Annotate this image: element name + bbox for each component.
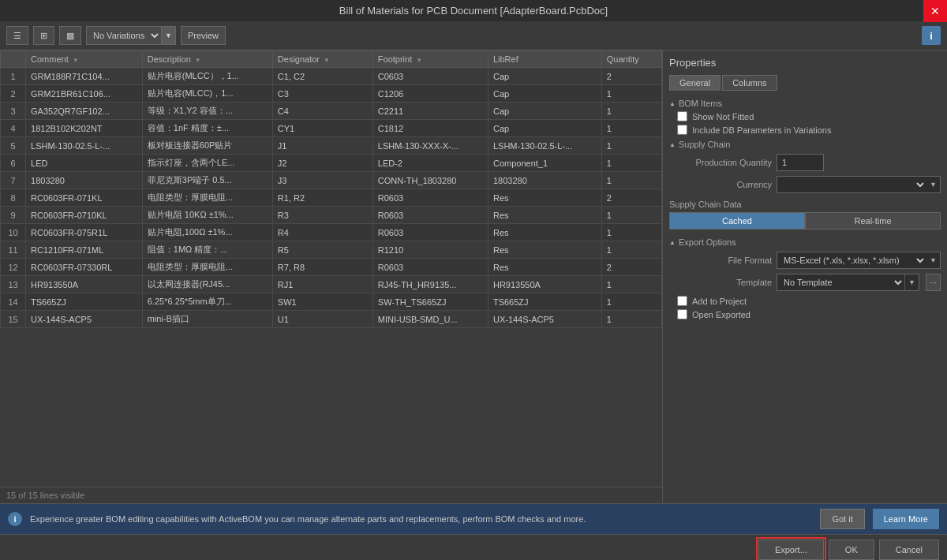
variation-select[interactable]: No Variations bbox=[87, 27, 161, 44]
export-button[interactable]: Export... bbox=[758, 539, 824, 560]
table-row[interactable]: 8 RC0603FR-071KL 电阻类型：厚膜电阻... R1, R2 R06… bbox=[1, 189, 662, 207]
template-row: Template No Template Custom... ▼ ··· bbox=[669, 274, 941, 291]
section-bom-items: BOM Items bbox=[669, 99, 941, 108]
col-header-comment[interactable]: Comment ▼ bbox=[26, 51, 143, 68]
chart-icon: ▦ bbox=[66, 31, 74, 41]
table-row[interactable]: 6 LED 指示灯座，含两个LE... J2 LED-2 Component_1… bbox=[1, 155, 662, 172]
export-label: Export... bbox=[775, 545, 807, 554]
cell-comment: LSHM-130-02.5-L-... bbox=[26, 137, 143, 155]
col-header-fp[interactable]: Footprint ▼ bbox=[372, 51, 488, 68]
group-icon: ⊞ bbox=[40, 31, 47, 41]
chart-button[interactable]: ▦ bbox=[59, 26, 81, 45]
cell-fp: LED-2 bbox=[372, 155, 488, 172]
cell-desig: J3 bbox=[272, 172, 372, 189]
cell-libref: Component_1 bbox=[488, 155, 601, 172]
show-not-fitted-checkbox[interactable] bbox=[677, 111, 687, 121]
close-button[interactable]: ✕ bbox=[923, 0, 947, 22]
table-row[interactable]: 7 1803280 菲尼克斯3P端子 0.5... J3 CONN-TH_180… bbox=[1, 172, 662, 189]
table-row[interactable]: 12 RC0603FR-07330RL 电阻类型：厚膜电阻... R7, R8 … bbox=[1, 259, 662, 276]
cell-fp: C0603 bbox=[372, 68, 488, 85]
template-label: Template bbox=[669, 278, 772, 287]
cell-comment: TS665ZJ bbox=[26, 293, 143, 311]
cell-desc: mini-B插口 bbox=[142, 311, 272, 328]
cell-libref: Cap bbox=[488, 68, 601, 85]
col-header-qty[interactable]: Quantity bbox=[601, 51, 661, 68]
open-exported-checkbox[interactable] bbox=[677, 309, 687, 319]
cell-desc: 贴片电阻 10KΩ ±1%... bbox=[142, 207, 272, 224]
file-format-row: File Format MS-Excel (*.xls, *.xlsx, *.x… bbox=[669, 252, 941, 269]
cell-qty: 1 bbox=[601, 224, 661, 241]
realtime-button[interactable]: Real-time bbox=[805, 212, 941, 230]
cached-button[interactable]: Cached bbox=[669, 212, 805, 230]
table-row[interactable]: 4 1812B102K202NT 容值：1nF 精度：±... CY1 C181… bbox=[1, 120, 662, 137]
cell-qty: 1 bbox=[601, 207, 661, 224]
group-button[interactable]: ⊞ bbox=[33, 26, 54, 45]
learn-more-button[interactable]: Learn More bbox=[873, 509, 939, 529]
table-row[interactable]: 10 RC0603FR-075R1L 贴片电阻,100Ω ±1%... R4 R… bbox=[1, 224, 662, 241]
cell-libref: 1803280 bbox=[488, 172, 601, 189]
show-not-fitted-row: Show Not Fitted bbox=[677, 111, 941, 121]
panel-tabs: General Columns bbox=[669, 75, 941, 91]
menu-button[interactable]: ☰ bbox=[6, 26, 28, 45]
cell-desig: CY1 bbox=[272, 120, 372, 137]
tab-general[interactable]: General bbox=[669, 75, 721, 91]
cell-libref: Res bbox=[488, 207, 601, 224]
table-row[interactable]: 1 GRM188R71C104... 贴片电容(MLCC），1... C1, C… bbox=[1, 68, 662, 85]
cell-desig: C4 bbox=[272, 103, 372, 120]
cell-desc: 菲尼克斯3P端子 0.5... bbox=[142, 172, 272, 189]
cell-desig: J1 bbox=[272, 137, 372, 155]
template-more-button[interactable]: ··· bbox=[926, 274, 941, 291]
info-button[interactable]: i bbox=[922, 26, 941, 45]
cell-num: 3 bbox=[1, 103, 26, 120]
include-db-checkbox[interactable] bbox=[677, 125, 687, 135]
cell-desc: 阻值：1MΩ 精度：... bbox=[142, 241, 272, 259]
cell-comment: LED bbox=[26, 155, 143, 172]
table-row[interactable]: 3 GA352QR7GF102... 等级：X1,Y2 容值：... C4 C2… bbox=[1, 103, 662, 120]
add-to-project-checkbox[interactable] bbox=[677, 296, 687, 306]
variation-dropdown-arrow: ▼ bbox=[161, 27, 175, 44]
cell-libref: Res bbox=[488, 189, 601, 207]
cell-fp: R0603 bbox=[372, 189, 488, 207]
open-exported-label: Open Exported bbox=[692, 310, 750, 319]
cell-fp: R0603 bbox=[372, 224, 488, 241]
title-bar: Bill of Materials for PCB Document [Adap… bbox=[0, 0, 947, 21]
production-qty-row: Production Quantity bbox=[669, 154, 941, 171]
status-text: 15 of 15 lines visible bbox=[6, 491, 84, 500]
cell-qty: 1 bbox=[601, 276, 661, 293]
cell-desig: RJ1 bbox=[272, 276, 372, 293]
col-header-libref[interactable]: LibRef bbox=[488, 51, 601, 68]
got-it-label: Got it bbox=[832, 514, 852, 524]
cancel-button[interactable]: Cancel bbox=[879, 539, 939, 560]
table-row[interactable]: 5 LSHM-130-02.5-L-... 板对板连接器60P贴片 J1 LSH… bbox=[1, 137, 662, 155]
col-header-num bbox=[1, 51, 26, 68]
cell-qty: 2 bbox=[601, 259, 661, 276]
col-header-desc[interactable]: Description ▼ bbox=[142, 51, 272, 68]
table-scroll[interactable]: Comment ▼ Description ▼ Designator ▼ Foo… bbox=[0, 50, 662, 487]
table-row[interactable]: 15 UX-144S-ACP5 mini-B插口 U1 MINI-USB-SMD… bbox=[1, 311, 662, 328]
preview-button[interactable]: Preview bbox=[181, 26, 226, 45]
cancel-label: Cancel bbox=[896, 545, 923, 554]
got-it-button[interactable]: Got it bbox=[820, 509, 864, 529]
production-qty-input[interactable] bbox=[777, 154, 824, 171]
toolbar: ☰ ⊞ ▦ No Variations ▼ Preview i bbox=[0, 21, 947, 50]
table-row[interactable]: 13 HR913550A 以太网连接器(RJ45... RJ1 RJ45-TH_… bbox=[1, 276, 662, 293]
file-format-select[interactable]: MS-Excel (*.xls, *.xlsx, *.xlsm) CSV PDF bbox=[777, 252, 926, 268]
preview-label: Preview bbox=[188, 31, 219, 40]
cell-desc: 等级：X1,Y2 容值：... bbox=[142, 103, 272, 120]
table-row[interactable]: 14 TS665ZJ 6.25*6.25*5mm单刀... SW1 SW-TH_… bbox=[1, 293, 662, 311]
table-row[interactable]: 2 GRM21BR61C106... 贴片电容(MLCC)，1... C3 C1… bbox=[1, 85, 662, 103]
col-header-desig[interactable]: Designator ▼ bbox=[272, 51, 372, 68]
ok-button[interactable]: OK bbox=[829, 539, 874, 560]
table-row[interactable]: 11 RC1210FR-071ML 阻值：1MΩ 精度：... R5 R1210… bbox=[1, 241, 662, 259]
table-row[interactable]: 9 RC0603FR-0710KL 贴片电阻 10KΩ ±1%... R3 R0… bbox=[1, 207, 662, 224]
cell-desc: 以太网连接器(RJ45... bbox=[142, 276, 272, 293]
template-select[interactable]: No Template Custom... bbox=[777, 274, 904, 290]
tab-columns[interactable]: Columns bbox=[722, 75, 777, 91]
cell-desig: R4 bbox=[272, 224, 372, 241]
variation-select-wrapper[interactable]: No Variations ▼ bbox=[86, 26, 176, 45]
currency-select[interactable]: USD EUR CNY bbox=[777, 177, 926, 192]
cell-libref: Cap bbox=[488, 103, 601, 120]
add-to-project-row: Add to Project bbox=[677, 296, 941, 306]
learn-more-label: Learn More bbox=[884, 514, 928, 524]
cell-comment: RC1210FR-071ML bbox=[26, 241, 143, 259]
